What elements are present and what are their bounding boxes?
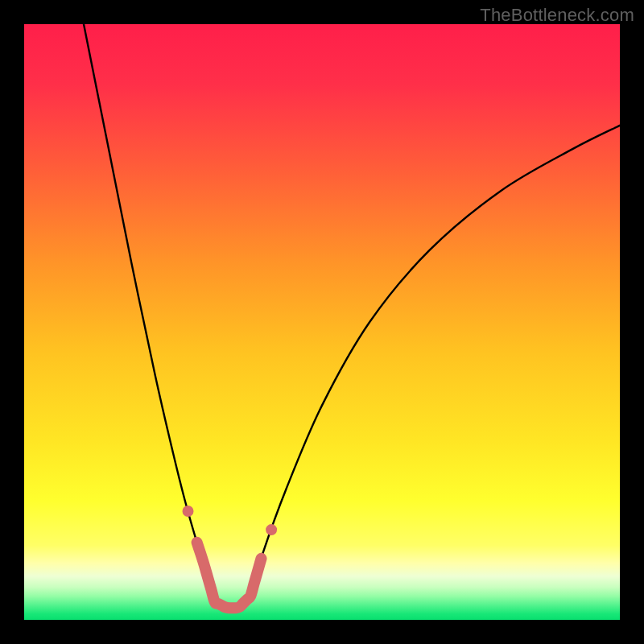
optimal-zone-dot-left [183, 506, 194, 517]
watermark-text: TheBottleneck.com [480, 5, 634, 26]
optimal-zone-highlight [197, 543, 262, 609]
plot-area [24, 24, 620, 620]
optimal-zone-dot-right [266, 524, 277, 535]
bottleneck-curve [24, 24, 620, 620]
chart-frame: TheBottleneck.com [0, 0, 644, 644]
